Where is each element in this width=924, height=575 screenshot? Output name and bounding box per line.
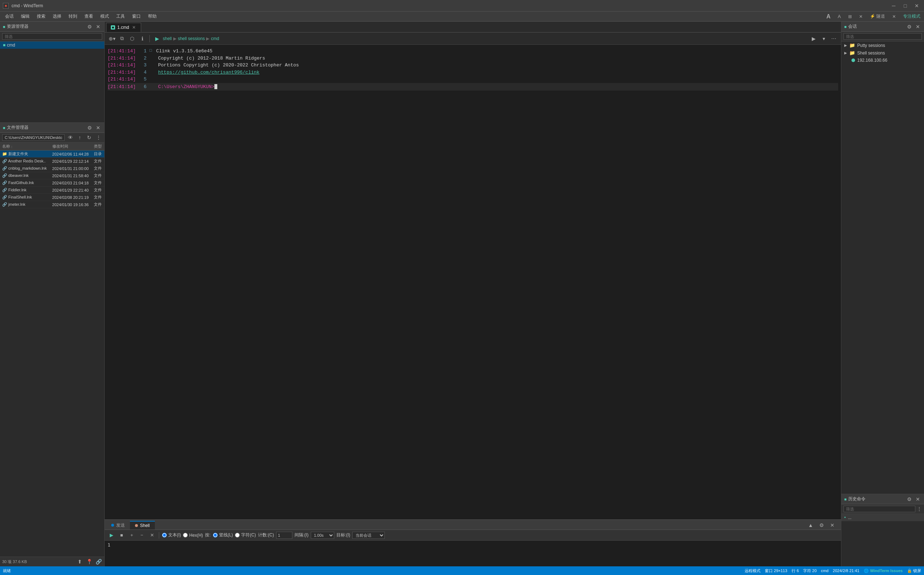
char-radio[interactable] bbox=[235, 533, 240, 537]
remove-button[interactable]: ✕ bbox=[148, 531, 156, 539]
session-item-shell[interactable]: ▶ 📁 Shell sessions bbox=[841, 49, 924, 57]
hex-mode-radio: Hex(H) bbox=[183, 533, 203, 538]
fm-more-btn[interactable]: ⋮ bbox=[95, 134, 102, 141]
menu-chakan[interactable]: 查看 bbox=[81, 12, 97, 21]
fasong-dot bbox=[111, 524, 114, 527]
tunnel-button[interactable]: ⚡ 隧道 bbox=[868, 13, 887, 19]
tab-1-cmd[interactable]: ■ 1.cmd ✕ bbox=[106, 23, 141, 32]
font-normal-button[interactable]: A bbox=[835, 14, 843, 19]
history-settings[interactable]: ⚙ bbox=[906, 496, 913, 502]
count-input[interactable] bbox=[276, 532, 292, 539]
font-larger-button[interactable]: A bbox=[824, 13, 833, 20]
line-mode-label[interactable]: 竖线(L) bbox=[219, 532, 233, 538]
target-select[interactable]: 当前会话 bbox=[352, 532, 385, 539]
table-row[interactable]: 🔗 dbeaver.lnk 2024/01/31 21:58:40 文件 bbox=[0, 172, 104, 179]
focus-mode-button[interactable]: 专注模式 bbox=[901, 13, 922, 19]
table-row[interactable]: 🔗 FinalShell.lnk 2024/02/08 20:21:19 文件 bbox=[0, 194, 104, 201]
table-row[interactable]: 🔗 FastGithub.lnk 2024/02/03 21:04:18 文件 bbox=[0, 179, 104, 187]
settings-button[interactable]: ⚙ bbox=[817, 521, 826, 529]
copy-button[interactable]: ⬡ bbox=[128, 34, 137, 43]
tab-close-button[interactable]: ✕ bbox=[132, 25, 137, 30]
resource-tree-item-cmd[interactable]: ■ cmd bbox=[0, 41, 104, 49]
sessions-close[interactable]: ✕ bbox=[914, 24, 921, 30]
toolbar-more-button[interactable]: ⋯ bbox=[829, 34, 838, 43]
menu-zhuandao[interactable]: 转到 bbox=[65, 12, 81, 21]
fm-up-btn[interactable]: ↑ bbox=[76, 134, 83, 141]
hex-radio[interactable] bbox=[183, 533, 188, 537]
menu-moshi[interactable]: 模式 bbox=[97, 12, 113, 21]
tab-fasong[interactable]: 发送 bbox=[106, 521, 130, 529]
terminal[interactable]: [21:41:14] 1 □ Clink v1.3.15.6e6e45 [21:… bbox=[105, 45, 841, 519]
tab-shell[interactable]: Shell bbox=[130, 521, 155, 529]
fm-upload-btn[interactable]: ⬆ bbox=[76, 558, 83, 565]
col-name[interactable]: 名称 ↕ bbox=[0, 143, 50, 151]
breadcrumb-shell-sessions[interactable]: shell sessions bbox=[178, 36, 205, 41]
collapse-button[interactable]: ▲ bbox=[807, 521, 815, 529]
char-mode-label[interactable]: 字符(C) bbox=[241, 532, 256, 538]
run-button[interactable]: ▶ bbox=[153, 34, 161, 43]
sessions-settings[interactable]: ⚙ bbox=[906, 24, 913, 30]
resource-manager-settings[interactable]: ⚙ bbox=[86, 24, 93, 30]
lock-button[interactable]: 🔒 锁屏 bbox=[907, 568, 921, 573]
sessions-search-input[interactable] bbox=[843, 33, 922, 40]
hex-mode-label[interactable]: Hex(H) bbox=[189, 533, 203, 538]
statusbar: 就绪 远程模式 窗口 29×113 行 6 字符 20 cmd 2024/2/8… bbox=[0, 566, 924, 575]
close-panel-button[interactable]: ✕ bbox=[828, 521, 837, 529]
table-row[interactable]: 🔗 cnblog_markdown.lnk 2024/01/31 21:00:0… bbox=[0, 165, 104, 172]
fm-toolbar: 👁 ↑ ↻ ⋮ bbox=[0, 133, 104, 143]
fm-download-btn[interactable]: 📍 bbox=[86, 558, 93, 565]
toolbar-expand-button[interactable]: ▶ bbox=[809, 34, 818, 43]
text-mode-label[interactable]: 文本(I) bbox=[168, 532, 181, 538]
windterm-issues-link[interactable]: 🌐 WindTerm Issues bbox=[864, 569, 903, 573]
history-close[interactable]: ✕ bbox=[914, 496, 921, 502]
subtract-button[interactable]: − bbox=[138, 531, 146, 539]
bottom-content[interactable]: 1 bbox=[105, 541, 841, 566]
line-radio[interactable] bbox=[213, 533, 218, 537]
menu-gongju[interactable]: 工具 bbox=[113, 12, 129, 21]
fm-path-input[interactable] bbox=[2, 134, 65, 141]
maximize-button[interactable]: □ bbox=[901, 2, 910, 10]
new-session-button[interactable]: ⊕▾ bbox=[108, 34, 116, 43]
menu-bangzhu[interactable]: 帮助 bbox=[144, 12, 160, 21]
resource-manager-close[interactable]: ✕ bbox=[95, 24, 102, 30]
breadcrumb-cmd[interactable]: cmd bbox=[211, 36, 219, 41]
table-row[interactable]: 🔗 Fiddler.lnk 2024/01/29 22:21:40 文件 bbox=[0, 187, 104, 194]
menu-huihua[interactable]: 会话 bbox=[2, 12, 17, 21]
session-item-putty[interactable]: ▶ 📁 Putty sessions bbox=[841, 41, 924, 49]
file-manager-close[interactable]: ✕ bbox=[95, 124, 102, 131]
fm-view-btn[interactable]: 👁 bbox=[67, 134, 74, 141]
bottom-line-number: 1 bbox=[108, 542, 110, 548]
menu-sousuo[interactable]: 搜索 bbox=[33, 12, 49, 21]
add-button[interactable]: + bbox=[128, 531, 136, 539]
stop-button[interactable]: ■ bbox=[117, 531, 125, 539]
resource-search-input[interactable] bbox=[2, 33, 102, 40]
info-button[interactable]: ℹ bbox=[138, 34, 146, 43]
history-search-input[interactable] bbox=[843, 506, 915, 512]
menu-bianji[interactable]: 编辑 bbox=[17, 12, 33, 21]
table-row[interactable]: 🔗 jmeter.lnk 2024/01/30 19:16:36 文件 bbox=[0, 201, 104, 208]
split-button[interactable]: ⧉ bbox=[117, 34, 126, 43]
close-session-button[interactable]: ✕ bbox=[857, 14, 865, 19]
table-row[interactable]: 🔗 Another Redis Desk.. 2024/01/29 22:12:… bbox=[0, 158, 104, 165]
fm-link-btn[interactable]: 🔗 bbox=[95, 558, 102, 565]
history-menu-button[interactable]: ⋮ bbox=[917, 506, 922, 512]
close-button[interactable]: ✕ bbox=[913, 2, 921, 10]
menu-xuanze[interactable]: 选择 bbox=[49, 12, 65, 21]
file-manager-settings[interactable]: ⚙ bbox=[86, 124, 93, 131]
interval-select[interactable]: 1.00s bbox=[311, 532, 334, 539]
minimize-button[interactable]: ─ bbox=[889, 2, 898, 10]
term-link[interactable]: https://github.com/chrisant996/clink bbox=[158, 69, 259, 76]
play-button[interactable]: ▶ bbox=[108, 531, 116, 539]
col-type[interactable]: 类型 bbox=[92, 143, 104, 151]
breadcrumb-shell[interactable]: shell bbox=[163, 36, 172, 41]
table-row[interactable]: 📁 新建文件夹 2024/02/06 11:44:28 目录 bbox=[0, 151, 104, 158]
close-x-button[interactable]: ✕ bbox=[890, 14, 898, 19]
history-item[interactable]: • ... bbox=[841, 514, 924, 521]
grid-button[interactable]: ⊞ bbox=[846, 14, 854, 19]
col-date[interactable]: 修改时间 bbox=[50, 143, 92, 151]
session-item-ip[interactable]: 192.168.100.66 bbox=[841, 57, 924, 64]
fm-refresh-btn[interactable]: ↻ bbox=[86, 134, 93, 141]
text-radio[interactable] bbox=[162, 533, 167, 537]
menu-chuangkou[interactable]: 窗口 bbox=[129, 12, 144, 21]
toolbar-chevron-button[interactable]: ▾ bbox=[819, 34, 828, 43]
